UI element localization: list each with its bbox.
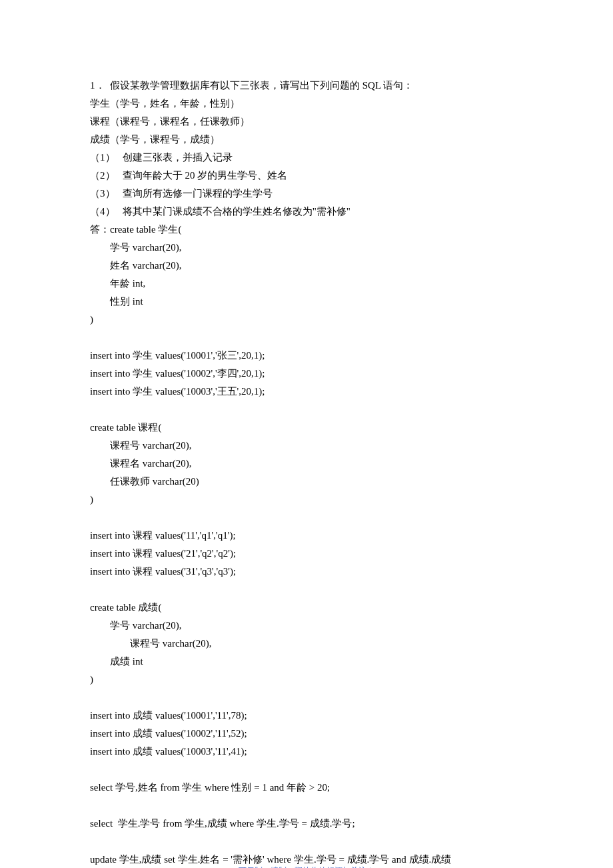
insert-grade-2: insert into 成绩 values('10002','11',52); — [90, 725, 523, 743]
sub-question-4: （4） 将其中某门课成绩不合格的学生姓名修改为"需补修" — [90, 203, 523, 221]
close-paren-3: ) — [90, 671, 523, 689]
blank-line — [90, 401, 523, 419]
insert-course-3: insert into 课程 values('31','q3','q3'); — [90, 563, 523, 581]
insert-course-2: insert into 课程 values('21','q2','q2'); — [90, 545, 523, 563]
insert-student-1: insert into 学生 values('10001','张三',20,1)… — [90, 347, 523, 365]
blank-line — [90, 329, 523, 347]
create-grade: create table 成绩( — [90, 599, 523, 617]
question-intro: 1． 假设某教学管理数据库有以下三张表，请写出下列问题的 SQL 语句： — [90, 77, 523, 95]
insert-grade-3: insert into 成绩 values('10003','11',41); — [90, 743, 523, 761]
blank-line — [90, 509, 523, 527]
insert-student-3: insert into 学生 values('10003','王五',20,1)… — [90, 383, 523, 401]
course-col-2: 课程名 varchar(20), — [90, 455, 523, 473]
student-col-1: 学号 varchar(20), — [90, 239, 523, 257]
blank-line — [90, 797, 523, 815]
student-col-2: 姓名 varchar(20), — [90, 257, 523, 275]
blank-line — [90, 689, 523, 707]
document-body: 1． 假设某教学管理数据库有以下三张表，请写出下列问题的 SQL 语句： 学生（… — [0, 0, 613, 868]
blank-line — [90, 761, 523, 779]
close-paren-2: ) — [90, 491, 523, 509]
footer-text: 可复制、编制，期待你的好评与关注！ — [0, 865, 613, 868]
select-query-1: select 学号,姓名 from 学生 where 性别 = 1 and 年龄… — [90, 779, 523, 797]
grade-col-1: 学号 varchar(20), — [90, 617, 523, 635]
student-col-3: 年龄 int, — [90, 275, 523, 293]
close-paren-1: ) — [90, 311, 523, 329]
sub-question-3: （3） 查询所有选修一门课程的学生学号 — [90, 185, 523, 203]
blank-line — [90, 833, 523, 851]
insert-grade-1: insert into 成绩 values('10001','11',78); — [90, 707, 523, 725]
sub-question-1: （1） 创建三张表，并插入记录 — [90, 149, 523, 167]
student-col-4: 性别 int — [90, 293, 523, 311]
table-def-course: 课程（课程号，课程名，任课教师） — [90, 113, 523, 131]
insert-student-2: insert into 学生 values('10002','李四',20,1)… — [90, 365, 523, 383]
course-col-3: 任课教师 varchar(20) — [90, 473, 523, 491]
create-course: create table 课程( — [90, 419, 523, 437]
answer-create-student: 答：create table 学生( — [90, 221, 523, 239]
course-col-1: 课程号 varchar(20), — [90, 437, 523, 455]
blank-line — [90, 581, 523, 599]
select-query-2: select 学生.学号 from 学生,成绩 where 学生.学号 = 成绩… — [90, 815, 523, 833]
grade-col-3: 成绩 int — [90, 653, 523, 671]
sub-question-2: （2） 查询年龄大于 20 岁的男生学号、姓名 — [90, 167, 523, 185]
table-def-grade: 成绩（学号，课程号，成绩） — [90, 131, 523, 149]
insert-course-1: insert into 课程 values('11','q1','q1'); — [90, 527, 523, 545]
grade-col-2: 课程号 varchar(20), — [90, 635, 523, 653]
table-def-student: 学生（学号，姓名，年龄，性别） — [90, 95, 523, 113]
